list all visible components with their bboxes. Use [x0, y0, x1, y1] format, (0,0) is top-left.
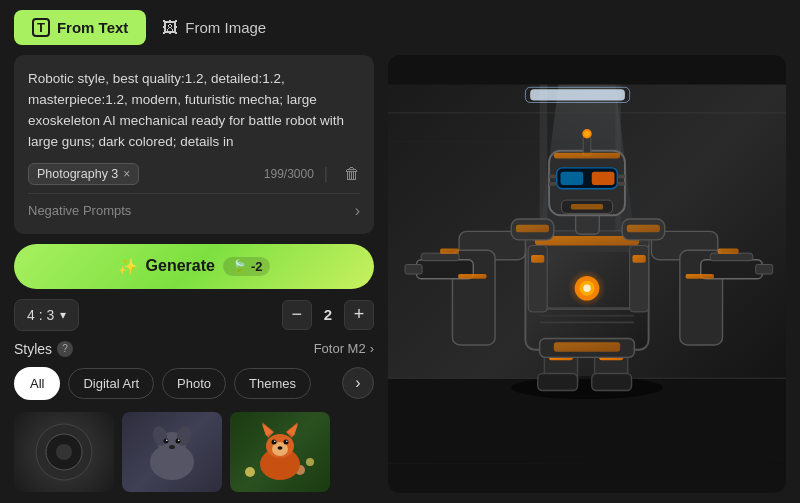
thumbnail-2[interactable]	[122, 412, 222, 492]
svg-rect-57	[531, 255, 544, 263]
styles-header: Styles ? Fotor M2 ›	[14, 341, 374, 357]
aspect-ratio-value: 4 : 3	[27, 307, 54, 323]
char-count: 199/3000	[264, 167, 314, 181]
svg-rect-89	[571, 204, 603, 210]
svg-point-26	[286, 440, 288, 442]
svg-rect-58	[632, 255, 645, 263]
svg-rect-86	[617, 175, 625, 179]
pill-all[interactable]: All	[14, 367, 60, 400]
svg-rect-69	[756, 265, 773, 274]
wand-icon: ✨	[118, 257, 138, 276]
plus-icon: +	[354, 304, 365, 325]
prompt-text: Robotic style, best quality:1.2, detaile…	[28, 69, 360, 153]
svg-rect-78	[560, 172, 583, 185]
svg-point-10	[178, 439, 180, 441]
count-increase-button[interactable]: +	[344, 300, 374, 330]
generate-badge: 🍃 -2	[223, 257, 271, 276]
svg-point-25	[274, 440, 276, 442]
svg-rect-74	[554, 342, 620, 351]
svg-point-82	[584, 131, 590, 137]
right-panel	[374, 55, 786, 493]
count-control: − 2 +	[282, 300, 374, 330]
svg-point-38	[511, 376, 663, 399]
svg-rect-63	[421, 253, 459, 261]
photography-tag[interactable]: Photography 3 ×	[28, 163, 139, 185]
pill-digital-art[interactable]: Digital Art	[68, 368, 154, 399]
svg-rect-92	[516, 225, 549, 233]
fotor-link[interactable]: Fotor M2 ›	[314, 341, 374, 356]
header: T From Text 🖼 From Image	[0, 0, 800, 55]
svg-point-27	[278, 446, 283, 450]
svg-point-2	[56, 444, 72, 460]
robot-image	[388, 55, 786, 493]
aspect-ratio-select[interactable]: 4 : 3 ▾	[14, 299, 79, 331]
thumbnail-3[interactable]	[230, 412, 330, 492]
tab-from-image[interactable]: 🖼 From Image	[162, 19, 266, 37]
svg-rect-64	[440, 248, 459, 254]
trash-icon[interactable]: 🗑	[344, 165, 360, 183]
svg-rect-54	[540, 321, 635, 323]
help-icon[interactable]: ?	[57, 341, 73, 357]
svg-point-12	[245, 467, 255, 477]
generate-cost: -2	[251, 259, 263, 274]
styles-label-text: Styles	[14, 341, 52, 357]
count-decrease-button[interactable]: −	[282, 300, 312, 330]
svg-rect-44	[592, 374, 632, 391]
tag-close-icon[interactable]: ×	[123, 167, 130, 181]
svg-rect-93	[627, 225, 660, 233]
svg-rect-43	[538, 374, 578, 391]
svg-rect-85	[549, 182, 557, 186]
tab-from-image-label: From Image	[185, 19, 266, 36]
svg-point-7	[164, 438, 169, 443]
minus-icon: −	[291, 304, 302, 325]
svg-rect-72	[686, 274, 714, 279]
svg-rect-84	[549, 175, 557, 179]
svg-point-24	[284, 439, 289, 444]
svg-rect-71	[718, 248, 739, 254]
svg-rect-53	[540, 315, 635, 317]
svg-rect-83	[554, 153, 620, 159]
main-layout: Robotic style, best quality:1.2, detaile…	[0, 55, 800, 503]
negative-prompts-label: Negative Prompts	[28, 203, 131, 218]
styles-label-group: Styles ?	[14, 341, 73, 357]
svg-rect-34	[530, 89, 625, 100]
svg-point-51	[583, 284, 591, 292]
image-tab-icon: 🖼	[162, 19, 178, 37]
svg-rect-65	[458, 274, 486, 279]
svg-rect-79	[592, 172, 615, 185]
svg-rect-62	[405, 265, 422, 274]
fotor-label: Fotor M2	[314, 341, 366, 356]
chevron-down-icon: ▾	[60, 308, 66, 322]
svg-rect-70	[710, 253, 753, 261]
thumbnail-1[interactable]	[14, 412, 114, 492]
svg-rect-87	[617, 182, 625, 186]
negative-prompts-row[interactable]: Negative Prompts ›	[28, 193, 360, 220]
tag-label: Photography 3	[37, 167, 118, 181]
leaf-icon: 🍃	[231, 259, 247, 274]
svg-point-23	[272, 439, 277, 444]
svg-rect-52	[540, 307, 635, 310]
svg-point-8	[176, 438, 181, 443]
aspect-count-row: 4 : 3 ▾ − 2 +	[14, 299, 374, 331]
style-pills: All Digital Art Photo Themes ›	[14, 367, 374, 400]
pill-themes[interactable]: Themes	[234, 368, 311, 399]
svg-point-11	[169, 445, 175, 449]
negative-prompts-chevron: ›	[355, 202, 360, 220]
generate-button[interactable]: ✨ Generate 🍃 -2	[14, 244, 374, 289]
count-value: 2	[324, 306, 332, 323]
prompt-box[interactable]: Robotic style, best quality:1.2, detaile…	[14, 55, 374, 234]
arrow-right-icon: ›	[355, 374, 360, 392]
tab-from-text[interactable]: T From Text	[14, 10, 146, 45]
tag-row: Photography 3 × 199/3000 | 🗑	[28, 163, 360, 185]
thumbnail-row	[14, 412, 374, 492]
generate-label: Generate	[146, 257, 215, 275]
svg-point-15	[306, 458, 314, 466]
svg-point-9	[166, 439, 168, 441]
pills-next-button[interactable]: ›	[342, 367, 374, 399]
text-tab-icon: T	[32, 18, 50, 37]
pill-photo[interactable]: Photo	[162, 368, 226, 399]
tab-from-text-label: From Text	[57, 19, 128, 36]
left-panel: Robotic style, best quality:1.2, detaile…	[14, 55, 374, 493]
